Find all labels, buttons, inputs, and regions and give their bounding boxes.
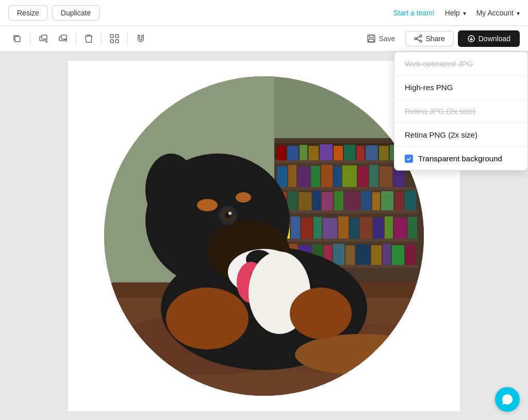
- svg-point-113: [290, 288, 352, 339]
- svg-rect-73: [385, 216, 393, 239]
- download-button[interactable]: Download: [458, 30, 520, 47]
- svg-point-96: [295, 334, 424, 375]
- svg-rect-86: [383, 244, 391, 265]
- svg-point-112: [166, 288, 249, 349]
- svg-rect-33: [366, 145, 378, 160]
- svg-rect-26: [287, 146, 299, 160]
- svg-rect-42: [321, 165, 333, 187]
- svg-rect-87: [392, 245, 404, 265]
- svg-rect-49: [274, 187, 419, 190]
- svg-rect-71: [360, 217, 372, 239]
- toolbar: Save Share Download: [0, 26, 528, 52]
- svg-rect-9: [110, 40, 113, 43]
- save-button[interactable]: Save: [361, 31, 401, 46]
- delete-button[interactable]: [80, 30, 97, 47]
- svg-rect-84: [356, 244, 370, 265]
- svg-rect-52: [299, 192, 311, 210]
- svg-rect-44: [342, 165, 357, 187]
- dropdown-item-transparent-bg[interactable]: Transparent background: [394, 147, 527, 170]
- dropdown-item-high-res-png[interactable]: High-res PNG: [394, 76, 527, 99]
- dropdown-item-retina-jpg[interactable]: Retina JPG (2x size): [394, 99, 527, 123]
- svg-rect-7: [110, 35, 113, 38]
- grid-button[interactable]: [106, 30, 123, 47]
- transparent-bg-checkbox[interactable]: [405, 155, 413, 163]
- svg-rect-68: [323, 218, 337, 239]
- resize-button[interactable]: Resize: [8, 5, 48, 21]
- save-icon: [367, 35, 375, 43]
- svg-rect-0: [15, 37, 20, 42]
- svg-rect-72: [373, 218, 384, 239]
- share-button[interactable]: Share: [405, 31, 453, 46]
- help-button[interactable]: Help: [445, 9, 466, 17]
- top-nav-right: Start a team! Help My Account: [393, 9, 520, 17]
- svg-rect-74: [394, 218, 407, 239]
- svg-line-19: [417, 37, 420, 38]
- svg-point-114: [408, 355, 424, 385]
- download-label: Download: [478, 35, 510, 43]
- svg-rect-14: [369, 35, 373, 38]
- top-nav: Resize Duplicate Start a team! Help My A…: [0, 0, 528, 26]
- svg-rect-29: [320, 144, 333, 160]
- svg-rect-61: [405, 191, 416, 210]
- account-chevron-icon: [516, 9, 520, 17]
- share-icon: [414, 35, 422, 43]
- start-team-link[interactable]: Start a team!: [393, 9, 435, 17]
- svg-rect-8: [116, 35, 119, 38]
- download-dropdown: Web optimized JPG High-res PNG Retina JP…: [394, 52, 528, 171]
- svg-point-103: [236, 192, 251, 203]
- svg-rect-40: [298, 166, 310, 187]
- svg-rect-75: [408, 217, 417, 239]
- svg-point-17: [420, 40, 422, 42]
- svg-rect-83: [345, 245, 355, 265]
- help-chevron-icon: [462, 9, 466, 17]
- svg-rect-56: [344, 192, 360, 210]
- svg-point-102: [197, 199, 218, 211]
- svg-rect-5: [61, 35, 67, 39]
- svg-rect-34: [379, 146, 389, 160]
- svg-rect-57: [361, 191, 371, 210]
- svg-rect-10: [116, 40, 119, 43]
- svg-rect-45: [358, 166, 368, 187]
- canvas-image[interactable]: GRE: [104, 76, 424, 396]
- svg-rect-43: [334, 166, 341, 187]
- layer-down-button[interactable]: [35, 30, 52, 47]
- svg-point-115: [414, 360, 422, 368]
- svg-rect-51: [287, 191, 298, 210]
- magnet-button[interactable]: [132, 30, 150, 47]
- svg-rect-54: [322, 192, 333, 210]
- svg-line-20: [417, 39, 420, 41]
- copy-tool-button[interactable]: [8, 30, 26, 47]
- toolbar-divider-1: [30, 32, 30, 45]
- svg-rect-69: [338, 216, 349, 239]
- toolbar-right: Save Share Download: [361, 30, 520, 47]
- svg-rect-59: [381, 191, 393, 210]
- toolbar-divider-4: [127, 32, 128, 45]
- share-label: Share: [425, 35, 444, 43]
- layer-up-button[interactable]: [54, 30, 72, 47]
- dropdown-item-retina-png[interactable]: Retina PNG (2x size): [394, 123, 527, 147]
- toolbar-divider-2: [76, 32, 76, 45]
- svg-rect-41: [311, 166, 320, 187]
- save-label: Save: [378, 35, 395, 43]
- svg-rect-46: [369, 165, 378, 187]
- toolbar-wrapper: Save Share Download: [0, 26, 528, 52]
- svg-rect-60: [394, 192, 404, 210]
- svg-rect-85: [371, 245, 382, 265]
- svg-rect-88: [405, 244, 416, 265]
- svg-rect-47: [380, 166, 392, 187]
- svg-point-18: [415, 38, 417, 40]
- svg-rect-28: [308, 146, 319, 160]
- svg-rect-15: [369, 39, 374, 42]
- svg-point-107: [228, 212, 232, 215]
- dropdown-item-web-jpg[interactable]: Web optimized JPG: [394, 52, 527, 76]
- svg-rect-27: [300, 145, 307, 160]
- svg-rect-32: [356, 146, 365, 160]
- chat-bubble-button[interactable]: [495, 387, 520, 412]
- svg-rect-53: [312, 191, 321, 210]
- svg-rect-65: [291, 216, 300, 239]
- my-account-button[interactable]: My Account: [476, 9, 520, 17]
- svg-point-97: [372, 342, 424, 373]
- duplicate-button[interactable]: Duplicate: [52, 5, 100, 21]
- svg-rect-55: [334, 191, 343, 210]
- svg-rect-2: [42, 35, 47, 39]
